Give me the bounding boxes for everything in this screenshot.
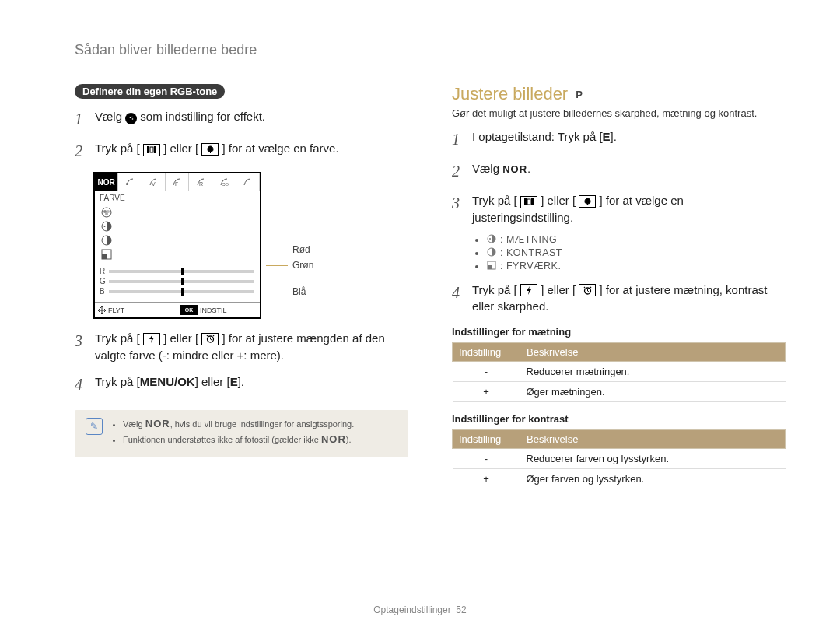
- bullet-saturation: : MÆTNING: [486, 234, 786, 246]
- table-cell: -: [453, 362, 520, 382]
- svg-point-2: [131, 117, 133, 118]
- svg-rect-22: [531, 198, 534, 205]
- note-text: ).: [346, 435, 352, 444]
- rgb-wheel-icon: [100, 206, 114, 219]
- svg-rect-28: [488, 265, 492, 269]
- right-column: Justere billeder P Gør det muligt at jus…: [452, 84, 786, 489]
- r-step-4: 4 Tryk på [ ] eller [ ] for at justere m…: [452, 282, 786, 316]
- step-2: 2 Tryk på [ ] eller [ ] for at vælge en …: [75, 140, 408, 163]
- table-cell: Reducerer mætningen.: [520, 362, 786, 382]
- lcd-tab-icon: F: [166, 173, 189, 191]
- note-text: , hvis du vil bruge indstillinger for an…: [170, 419, 355, 429]
- bullet-sharpness: : FYRVÆRK.: [486, 261, 786, 272]
- table-row: - Reducerer mætningen.: [453, 362, 786, 382]
- saturation-icon: [486, 234, 497, 246]
- step-text: som indstilling for effekt.: [140, 110, 265, 123]
- con-heading: Indstillinger for kontrast: [452, 413, 786, 425]
- step-text: Tryk på [: [95, 331, 140, 345]
- lcd-figure: NOR V F R CO FARVE: [93, 172, 408, 319]
- sat-heading: Indstillinger for mætning: [452, 326, 786, 338]
- lcd-screen: NOR V F R CO FARVE: [93, 172, 261, 319]
- lcd-tab-icon: [236, 173, 260, 191]
- nor-text-icon: NOR: [145, 418, 170, 429]
- step-text: ] eller [: [163, 142, 198, 155]
- step-text: .: [527, 162, 530, 175]
- svg-point-16: [104, 226, 106, 227]
- e-key-label: E: [603, 130, 611, 143]
- r-step-1: 1 I optagetilstand: Tryk på [E].: [452, 128, 786, 151]
- step-1: 1 Vælg som indstilling for effekt.: [75, 108, 408, 131]
- table-row: - Reducerer farven og lysstyrken.: [453, 449, 786, 469]
- menu-ok-label: MENU/OK: [140, 375, 195, 388]
- note-text: Funktionen understøttes ikke af fotostil…: [123, 435, 321, 444]
- step-text: Vælg: [472, 162, 502, 175]
- mode-chip-p: P: [576, 89, 583, 100]
- table-header-desc: Beskrivelse: [520, 430, 786, 449]
- footer-section: Optageindstillinger: [373, 604, 450, 615]
- table-cell: Øger mætningen.: [520, 382, 786, 402]
- note-line-2: Funktionen understøttes ikke af fotostil…: [123, 433, 354, 447]
- section-intro: Gør det muligt at justere billedernes sk…: [452, 107, 786, 119]
- table-header-desc: Beskrivelse: [520, 343, 786, 362]
- step-text: Vælg: [95, 110, 125, 123]
- step-text: Tryk på [: [472, 283, 517, 296]
- step-text: Tryk på [: [95, 375, 140, 388]
- table-cell: Reducerer farven og lysstyrken.: [520, 449, 786, 469]
- slider-b: B: [100, 287, 255, 296]
- e-key-label: E: [230, 375, 238, 388]
- note-text: Vælg: [123, 419, 145, 429]
- table-header-setting: Indstilling: [453, 343, 520, 362]
- step-text: ] eller [: [541, 194, 576, 207]
- bullet-contrast: : KONTRAST: [486, 247, 786, 259]
- lcd-footer-flyt: FLYT: [108, 306, 124, 314]
- r-step-3: 3 Tryk på [ ] eller [ ] for at vælge en …: [452, 192, 786, 226]
- contrast-icon: [486, 247, 497, 259]
- r-step-2: 2 Vælg NOR.: [452, 160, 786, 183]
- timer-key-icon: [201, 333, 219, 345]
- svg-point-1: [129, 117, 131, 118]
- footer-page-number: 52: [456, 604, 466, 615]
- display-key-icon: [143, 144, 160, 156]
- lcd-tab-icon: CO: [212, 173, 236, 191]
- step-3: 3 Tryk på [ ] eller [ ] for at justere m…: [75, 330, 408, 364]
- ok-key-icon: OK: [180, 305, 198, 315]
- step-number: 4: [75, 373, 92, 396]
- lcd-subheader: FARVE: [95, 191, 260, 205]
- step-number: 3: [75, 330, 92, 352]
- svg-rect-19: [102, 254, 107, 259]
- rgb-sliders: R G B: [95, 264, 260, 302]
- leader-red: Rød: [292, 244, 310, 255]
- step-text: ].: [238, 375, 244, 388]
- header-rule: [75, 65, 786, 65]
- svg-text:R: R: [199, 181, 203, 187]
- note-body: Vælg NOR, hvis du vil bruge indstillinge…: [112, 418, 354, 450]
- leader-blue: Blå: [292, 286, 306, 297]
- svg-text:F: F: [175, 181, 178, 187]
- step-number: 1: [452, 128, 469, 151]
- bullet-text: : KONTRAST: [500, 247, 562, 258]
- lcd-tab-nor: NOR: [95, 173, 118, 191]
- lcd-tab-icon: V: [142, 173, 166, 191]
- section-title-text: Justere billeder: [452, 84, 568, 104]
- timer-key-icon: [579, 284, 596, 296]
- step-text: ] for at vælge en farve.: [222, 142, 339, 155]
- step-4: 4 Tryk på [MENU/OK] eller [E].: [75, 373, 408, 396]
- note-icon: ✎: [86, 418, 103, 435]
- lcd-footer-indstil: INDSTIL: [200, 306, 227, 314]
- step-text: ].: [611, 130, 617, 143]
- nor-text-icon: NOR: [321, 433, 346, 445]
- bullet-text: : FYRVÆRK.: [500, 261, 561, 271]
- display-key-icon: [520, 196, 537, 208]
- step-text: I optagetilstand: Tryk på [: [472, 130, 603, 143]
- page-footer: Optageindstillinger 52: [0, 604, 840, 615]
- svg-rect-23: [527, 199, 530, 205]
- note-line-1: Vælg NOR, hvis du vil bruge indstillinge…: [123, 418, 354, 431]
- svg-rect-5: [154, 146, 156, 153]
- flash-key-icon: [520, 284, 537, 296]
- svg-point-0: [128, 115, 135, 122]
- slider-label-b: B: [100, 287, 109, 296]
- color-leader-labels: Rød Grøn Blå: [266, 242, 313, 319]
- leader-green: Grøn: [292, 260, 313, 271]
- slider-label-g: G: [100, 277, 109, 285]
- contrast-table: Indstilling Beskrivelse - Reducerer farv…: [452, 429, 786, 489]
